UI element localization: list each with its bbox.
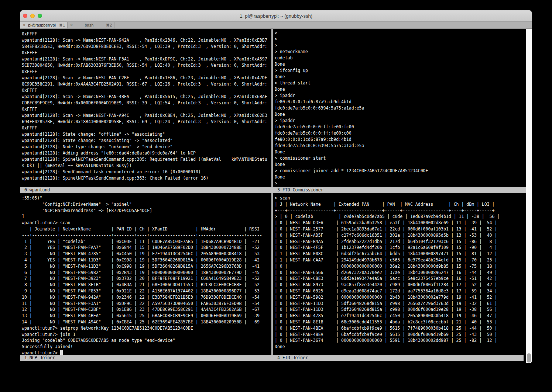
shell-prompt-line[interactable]: wpanctl:utun7> bbox=[22, 350, 271, 355]
pane-ftd-joiner[interactable]: > scan | J | Network Name | Extended PAN… bbox=[273, 193, 526, 355]
tab-label: pi@raspberrypi: ~ (g... bbox=[28, 23, 56, 27]
pane-ncp-joiner[interactable]: :55:05)" "Config:NCP:DriverName" => "spi… bbox=[20, 193, 271, 355]
window-title: 1. pi@raspberrypi: ~ (gnubby-ssh) bbox=[20, 10, 532, 22]
tab-bar: ✕ pi@raspberrypi: ~ (g... ⌘1 ✕ bash ⌘2 bbox=[20, 22, 532, 29]
tab-close-icon[interactable]: ✕ bbox=[23, 23, 26, 28]
terminal-window: 1. pi@raspberrypi: ~ (gnubby-ssh) ✕ pi@r… bbox=[20, 10, 532, 363]
pane-title-bar-bottom: 1 NCP Joiner 4 FTD Joiner bbox=[20, 355, 524, 361]
title-bar[interactable]: 1. pi@raspberrypi: ~ (gnubby-ssh) bbox=[20, 10, 532, 22]
tab-shortcut: ⌘1 bbox=[59, 23, 65, 27]
pane-ncp-joiner-output: :55:05)" "Config:NCP:DriverName" => "spi… bbox=[22, 195, 271, 350]
scrollbar-thumb[interactable] bbox=[527, 353, 531, 362]
scrollbar-track[interactable] bbox=[526, 29, 532, 363]
tab-close-icon[interactable]: ✕ bbox=[70, 23, 73, 28]
tab-label: bash bbox=[75, 23, 103, 27]
pane-ftd-joiner-output: > scan | J | Network Name | Extended PAN… bbox=[275, 195, 526, 350]
tab-shortcut: ⌘2 bbox=[106, 23, 112, 27]
text-cursor bbox=[60, 350, 63, 355]
pane-title-ftd-commissioner: 3 FTD Commissioner bbox=[277, 187, 323, 193]
pane-title-ncp-joiner: 1 NCP Joiner bbox=[24, 355, 55, 361]
pane-ftd-commissioner[interactable]: > > > > networkname codelab Done > ifcon… bbox=[273, 29, 526, 187]
shell-prompt: wpanctl:utun7> bbox=[22, 350, 60, 355]
tab-bash[interactable]: ✕ bash ⌘2 bbox=[68, 22, 114, 28]
tab-ssh-session[interactable]: ✕ pi@raspberrypi: ~ (g... ⌘1 bbox=[20, 22, 68, 28]
pane-title-bar-top: 0 wpantund 3 FTD Commissioner bbox=[20, 187, 526, 193]
pane-ftd-commissioner-output: > > > > networkname codelab Done > ifcon… bbox=[275, 30, 526, 187]
pane-title-wpantund: 0 wpantund bbox=[24, 187, 50, 193]
pane-wpantund[interactable]: 0xFFFF wpantund[2128]: Scan -> Name:NEST… bbox=[20, 29, 271, 187]
pane-title-ftd-joiner: 4 FTD Joiner bbox=[277, 355, 308, 361]
pane-wpantund-output: 0xFFFF wpantund[2128]: Scan -> Name:NEST… bbox=[22, 31, 271, 181]
terminal-content: 0xFFFF wpantund[2128]: Scan -> Name:NEST… bbox=[20, 29, 526, 363]
